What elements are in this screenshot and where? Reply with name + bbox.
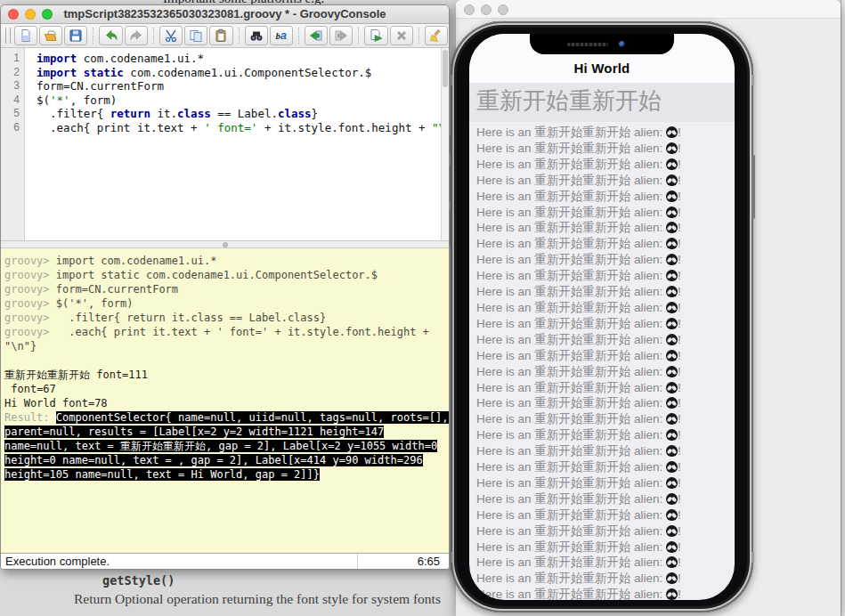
scissors-icon <box>164 28 178 43</box>
stop-x-icon <box>394 28 409 43</box>
status-bar: Execution complete. 6:65 <box>1 553 449 569</box>
alien-emoji-icon <box>666 222 678 233</box>
label-list: Here is an 重新开始重新开始 alien: !Here is an 重… <box>469 122 735 600</box>
alien-emoji-icon <box>666 302 678 313</box>
console-titlebar[interactable]: tmpScript3823532365030323081.groovy * - … <box>1 5 449 24</box>
toolbar-drag-handle[interactable] <box>5 28 11 44</box>
toolbar-separator <box>239 28 240 44</box>
copy-button[interactable] <box>184 26 207 45</box>
undo-button[interactable] <box>99 26 122 45</box>
alien-emoji-icon <box>666 572 678 584</box>
background-window-edge <box>841 0 845 616</box>
code-line[interactable]: form=CN.currentForm <box>37 79 440 93</box>
output-line[interactable]: "\n"} <box>4 339 449 353</box>
power-button[interactable] <box>752 155 755 219</box>
replace-button[interactable]: ba <box>270 26 293 45</box>
phone-screen[interactable]: Hi World 重新开始重新开始 Here is an 重新开始重新开始 al… <box>469 34 735 600</box>
history-previous-button[interactable] <box>305 26 328 45</box>
toolbar-separator <box>153 28 154 44</box>
output-pane[interactable]: groovy> import com.codename1.ui.*groovy>… <box>1 248 449 555</box>
save-button[interactable] <box>64 26 87 45</box>
doc-method-signature: getStyle() <box>102 573 175 588</box>
code-editor[interactable]: 123456 import com.codename1.ui.*import s… <box>1 48 449 240</box>
close-button[interactable] <box>8 9 19 20</box>
history-next-button[interactable] <box>329 26 353 45</box>
undo-icon <box>104 28 118 43</box>
output-line[interactable]: parent=null, results = [Label[x=2 y=2 wi… <box>4 425 449 439</box>
list-item: Here is an 重新开始重新开始 alien: ! <box>476 427 735 443</box>
find-button[interactable] <box>245 26 268 45</box>
doc-method-description: Return Optional operation returning the … <box>74 591 441 607</box>
broom-icon <box>429 28 443 43</box>
alien-emoji-icon <box>666 541 678 553</box>
output-line[interactable]: Result: ComponentSelector{ name=null, ui… <box>4 410 449 425</box>
output-line[interactable]: name=null, text = 重新开始重新开始, gap = 2], La… <box>4 439 449 453</box>
code-line[interactable]: .each{ print it.text + ' font=' + it.sty… <box>37 121 440 135</box>
alien-emoji-icon <box>666 350 678 361</box>
zoom-button[interactable] <box>498 4 508 15</box>
execute-script-button[interactable] <box>364 26 387 45</box>
line-number: 2 <box>1 66 20 80</box>
heading-label: 重新开始重新开始 <box>469 83 735 122</box>
list-item: Here is an 重新开始重新开始 alien: ! <box>476 189 735 205</box>
list-item: Here is an 重新开始重新开始 alien: ! <box>476 252 735 268</box>
output-line[interactable]: groovy> form=CN.currentForm <box>4 282 449 296</box>
output-line[interactable]: groovy> import static com.codename1.ui.C… <box>4 268 449 282</box>
list-item: Here is an 重新开始重新开始 alien: ! <box>476 300 735 316</box>
alien-emoji-icon <box>666 142 678 154</box>
alien-emoji-icon <box>666 207 678 218</box>
window-title: tmpScript3823532365030323081.groovy * - … <box>1 5 449 23</box>
code-line[interactable]: import static com.codename1.ui.Component… <box>37 66 440 80</box>
open-folder-icon <box>44 28 58 43</box>
alien-emoji-icon <box>666 509 678 521</box>
output-line[interactable]: height=105 name=null, text = Hi World, g… <box>4 467 449 482</box>
code-line[interactable]: $('*', form) <box>37 93 440 108</box>
antenna-line <box>450 552 452 563</box>
output-line[interactable]: height=0 name=null, text = , gap = 2], L… <box>4 453 449 467</box>
list-item: Here is an 重新开始重新开始 alien: ! <box>476 220 735 236</box>
interrupt-script-button[interactable] <box>390 26 413 45</box>
minimize-button[interactable] <box>25 9 36 20</box>
output-line[interactable]: groovy> .filter{ return it.class == Labe… <box>4 311 449 325</box>
antenna-line <box>450 75 452 85</box>
alien-emoji-icon <box>666 286 678 297</box>
list-item: Here is an 重新开始重新开始 alien: ! <box>476 173 735 189</box>
open-file-button[interactable] <box>39 26 62 45</box>
editor-scrollbar[interactable] <box>441 48 449 240</box>
clear-output-button[interactable] <box>425 26 448 45</box>
editor-text[interactable]: import com.codename1.ui.*import static c… <box>37 52 440 240</box>
output-line[interactable] <box>4 353 449 368</box>
output-line[interactable]: 重新开始重新开始 font=111 <box>4 368 449 382</box>
redo-button[interactable] <box>125 26 148 45</box>
status-message: Execution complete. <box>5 555 110 568</box>
output-line[interactable]: font=67 <box>4 382 449 396</box>
binoculars-icon <box>249 28 264 43</box>
output-line[interactable]: groovy> .each{ print it.text + ' font=' … <box>4 325 449 339</box>
camera-icon <box>619 41 625 47</box>
cut-button[interactable] <box>159 26 183 45</box>
simulator-titlebar[interactable] <box>456 0 841 19</box>
code-line[interactable]: import com.codename1.ui.* <box>37 52 440 66</box>
split-pane-divider[interactable] <box>1 240 449 248</box>
list-item: Here is an 重新开始重新开始 alien: ! <box>476 411 735 427</box>
list-item: Here is an 重新开始重新开始 alien: ! <box>476 125 735 141</box>
background-document: getStyle() Return Optional operation ret… <box>0 570 450 616</box>
list-item: Here is an 重新开始重新开始 alien: ! <box>476 205 735 221</box>
output-line[interactable]: groovy> $('*', form) <box>4 296 449 311</box>
list-item: Here is an 重新开始重新开始 alien: ! <box>476 157 735 173</box>
output-line[interactable]: Hi World font=78 <box>4 396 449 410</box>
code-line[interactable]: .filter{ return it.class == Label.class} <box>37 107 440 121</box>
status-divider <box>357 554 358 569</box>
list-item: Here is an 重新开始重新开始 alien: ! <box>476 348 735 364</box>
output-line[interactable]: groovy> import com.codename1.ui.* <box>4 254 449 268</box>
close-button[interactable] <box>464 4 475 15</box>
new-file-button[interactable] <box>14 26 37 45</box>
save-floppy-icon <box>69 28 83 43</box>
paste-button[interactable] <box>209 26 232 45</box>
list-item: Here is an 重新开始重新开始 alien: ! <box>476 395 735 411</box>
toolbar-separator <box>418 28 419 44</box>
run-script-icon <box>369 28 383 43</box>
zoom-button[interactable] <box>42 9 53 20</box>
minimize-button[interactable] <box>481 4 492 15</box>
alien-emoji-icon <box>666 238 678 249</box>
